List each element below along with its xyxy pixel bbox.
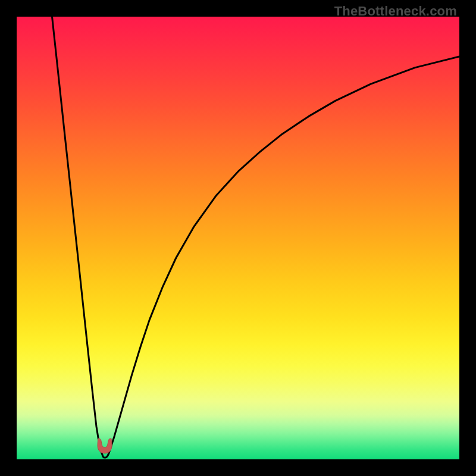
chart-frame: TheBottleneck.com xyxy=(0,0,476,476)
bottleneck-curve xyxy=(52,17,460,458)
plot-area xyxy=(17,17,459,459)
curve-svg xyxy=(17,17,459,459)
